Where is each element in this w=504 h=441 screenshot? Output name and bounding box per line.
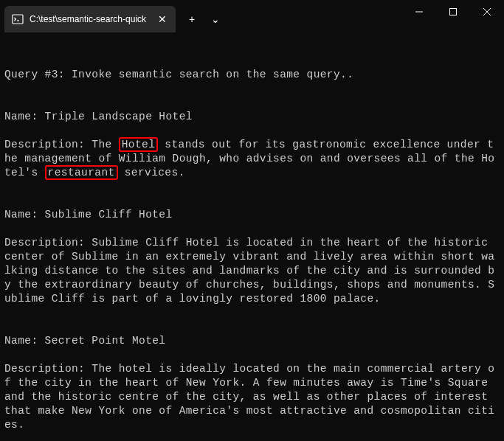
result-name: Name: Sublime Cliff Hotel: [4, 208, 500, 222]
tab-title: C:\test\semantic-search-quick: [30, 14, 151, 24]
tab-dropdown-button[interactable]: ⌄: [204, 13, 227, 25]
terminal-icon: [12, 13, 24, 25]
result-name: Name: Secret Point Motel: [4, 334, 500, 348]
titlebar: C:\test\semantic-search-quick ✕ + ⌄: [0, 0, 504, 32]
terminal-output: Query #3: Invoke semantic search on the …: [0, 32, 504, 441]
result-description: Description: Sublime Cliff Hotel is loca…: [4, 236, 500, 306]
desc-text: Description: The: [4, 139, 119, 150]
highlight-term: restaurant: [45, 165, 118, 180]
query-header: Query #3: Invoke semantic search on the …: [4, 68, 500, 82]
result-name: Name: Triple Landscape Hotel: [4, 110, 500, 124]
minimize-button[interactable]: [402, 0, 436, 24]
result-description: Description: The hotel is ideally locate…: [4, 362, 500, 432]
tab-actions: + ⌄: [180, 6, 227, 32]
svg-rect-0: [13, 15, 23, 24]
window-controls: [402, 0, 504, 24]
tab[interactable]: C:\test\semantic-search-quick ✕: [4, 6, 176, 32]
svg-rect-3: [450, 9, 457, 15]
highlight-term: Hotel: [119, 137, 159, 152]
tab-close-button[interactable]: ✕: [156, 13, 168, 25]
result-description: Description: The Hotel stands out for it…: [4, 138, 500, 180]
new-tab-button[interactable]: +: [180, 13, 204, 25]
maximize-button[interactable]: [436, 0, 470, 24]
close-window-button[interactable]: [470, 0, 504, 24]
desc-text: services.: [118, 167, 185, 178]
